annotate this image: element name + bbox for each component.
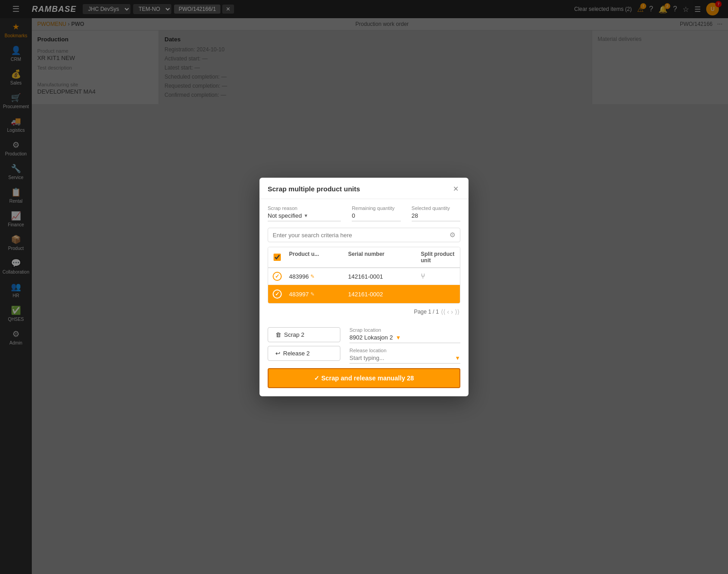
pagination-label: Page 1 / 1 <box>414 309 439 315</box>
scrap-icon: 🗑 <box>275 331 281 338</box>
scrap-location-dropdown-icon: ▼ <box>395 334 401 341</box>
select-all-checkbox[interactable] <box>274 254 281 261</box>
row2-check-icon: ✓ <box>275 291 279 297</box>
product-table: Product u... Serial number Split product… <box>268 247 460 304</box>
row1-circle-checkbox[interactable]: ✓ <box>273 272 282 281</box>
th-split-product: Split product unit <box>418 247 460 267</box>
modal-title: Scrap multiple product units <box>268 185 360 193</box>
scrap-location-value: 8902 Lokasjon 2 <box>349 334 393 341</box>
release-location-dropdown-icon: ▼ <box>455 355 460 361</box>
bottom-section: 🗑 Scrap 2 ↩ Release 2 Scrap location 890… <box>259 325 469 368</box>
th-product-unit: Product u... <box>286 247 345 267</box>
selected-quantity-label: Selected quantity <box>412 205 460 211</box>
first-page-button[interactable]: ⟨⟨ <box>441 308 445 315</box>
row2-split <box>418 289 460 299</box>
next-page-button[interactable]: › <box>451 308 453 315</box>
release-location-select[interactable]: ▼ <box>349 354 460 364</box>
modal-header: Scrap multiple product units × <box>259 178 469 199</box>
main-button-label: ✓ Scrap and release manually 28 <box>314 374 414 382</box>
remaining-quantity-value: 0 <box>352 212 400 221</box>
release-location-group: Release location ▼ <box>349 348 460 364</box>
modal-close-button[interactable]: × <box>451 184 460 193</box>
scrap-button-label: Scrap 2 <box>284 331 304 338</box>
scrap-reason-select[interactable]: Not specified ▼ <box>268 212 341 221</box>
release-location-label: Release location <box>349 348 460 353</box>
modal: Scrap multiple product units × Scrap rea… <box>259 178 469 396</box>
scrap-location-select[interactable]: 8902 Lokasjon 2 ▼ <box>349 334 460 343</box>
row1-split[interactable]: ⑂ <box>418 269 460 284</box>
row2-checkbox-cell[interactable]: ✓ <box>268 285 286 303</box>
location-fields: Scrap location 8902 Lokasjon 2 ▼ Release… <box>349 325 460 364</box>
scrap-reason-group: Scrap reason Not specified ▼ <box>268 205 341 221</box>
row1-split-icon: ⑂ <box>421 272 425 280</box>
row1-check-icon: ✓ <box>275 273 279 280</box>
pagination: Page 1 / 1 ⟨⟨ ‹ › ⟩⟩ <box>268 306 460 319</box>
th-checkbox[interactable] <box>268 247 286 267</box>
row1-edit-icon[interactable]: ✎ <box>310 274 314 280</box>
scrap-reason-value: Not specified <box>268 212 302 219</box>
search-input[interactable] <box>273 232 449 239</box>
scrap-location-group: Scrap location 8902 Lokasjon 2 ▼ <box>349 327 460 343</box>
row1-checkbox-cell[interactable]: ✓ <box>268 268 286 285</box>
search-bar[interactable]: ⚙ <box>268 228 460 242</box>
form-row: Scrap reason Not specified ▼ Remaining q… <box>268 205 460 221</box>
scrap-reason-label: Scrap reason <box>268 205 341 211</box>
prev-page-button[interactable]: ‹ <box>447 308 449 315</box>
th-serial-number: Serial number <box>345 247 418 267</box>
selected-quantity-value: 28 <box>412 212 460 221</box>
action-buttons: 🗑 Scrap 2 ↩ Release 2 <box>268 325 340 361</box>
remaining-quantity-label: Remaining quantity <box>352 205 400 211</box>
row1-serial-number: 142161-0001 <box>345 270 418 284</box>
scrap-location-label: Scrap location <box>349 327 460 333</box>
scrap-release-manually-button[interactable]: ✓ Scrap and release manually 28 <box>268 368 460 388</box>
release-location-input[interactable] <box>349 354 452 361</box>
table-row[interactable]: ✓ 483996 ✎ 142161-0001 ⑂ <box>268 268 460 285</box>
last-page-button[interactable]: ⟩⟩ <box>455 308 459 315</box>
release-icon: ↩ <box>275 350 280 357</box>
main-action-row: ✓ Scrap and release manually 28 <box>259 368 469 396</box>
row1-product-unit: 483996 ✎ <box>286 270 345 284</box>
row2-serial-number: 142161-0002 <box>345 286 418 302</box>
release-button[interactable]: ↩ Release 2 <box>268 346 340 361</box>
row2-edit-icon[interactable]: ✎ <box>310 291 314 297</box>
release-button-label: Release 2 <box>283 350 310 357</box>
table-row-selected[interactable]: ✓ 483997 ✎ 142161-0002 <box>268 285 460 303</box>
scrap-button[interactable]: 🗑 Scrap 2 <box>268 327 340 342</box>
row2-product-unit: 483997 ✎ <box>286 286 345 302</box>
selected-quantity-group: Selected quantity 28 <box>412 205 460 221</box>
row2-circle-checkbox[interactable]: ✓ <box>273 289 282 299</box>
table-header: Product u... Serial number Split product… <box>268 247 460 268</box>
remaining-quantity-group: Remaining quantity 0 <box>352 205 400 221</box>
scrap-reason-dropdown-arrow: ▼ <box>304 213 308 218</box>
modal-body: Scrap reason Not specified ▼ Remaining q… <box>259 199 469 325</box>
settings-icon[interactable]: ⚙ <box>449 231 455 239</box>
modal-overlay: Scrap multiple product units × Scrap rea… <box>0 0 728 574</box>
